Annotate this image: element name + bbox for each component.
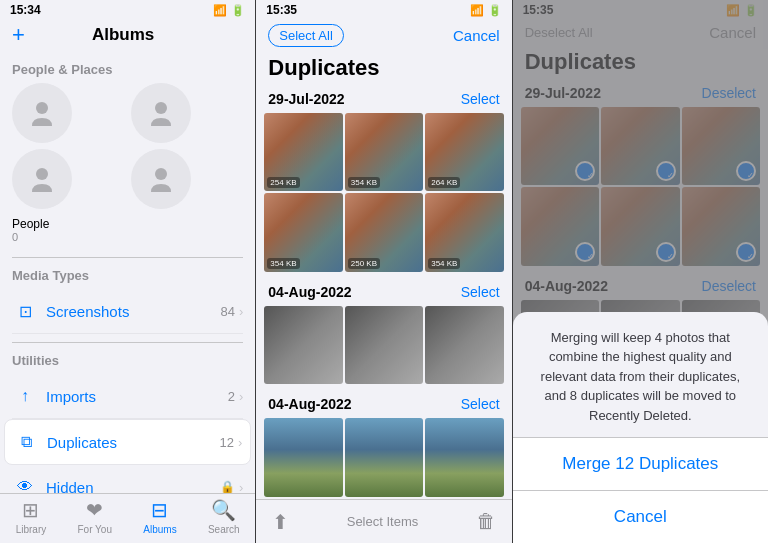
duplicates-label: Duplicates: [47, 434, 220, 451]
modal-cancel-button[interactable]: Cancel: [513, 491, 768, 543]
date-label-3: 04-Aug-2022: [268, 396, 351, 412]
hidden-icon: 👁: [12, 474, 38, 493]
imports-count: 2: [228, 389, 235, 404]
tab-library[interactable]: ⊞ Library: [16, 498, 47, 535]
status-icons-1: 📶 🔋: [213, 4, 245, 17]
photo-1-2[interactable]: 354 KB: [345, 113, 423, 191]
duplicates-chevron: ›: [238, 435, 242, 450]
person-icon-4: [146, 164, 176, 194]
person-cell-3: [12, 149, 125, 209]
duplicates-title-bar: Duplicates: [256, 55, 511, 87]
photo-size-1-1: 254 KB: [267, 177, 299, 188]
media-section-title: Media Types: [12, 268, 243, 283]
select-all-button[interactable]: Select All: [268, 24, 343, 47]
person-icon-2: [146, 98, 176, 128]
date-header-3: 04-Aug-2022 Select: [264, 392, 503, 418]
date-section-1: 29-Jul-2022 Select 254 KB 354 KB 264 KB …: [264, 87, 503, 272]
person-cell-1: [12, 83, 125, 143]
screenshots-count: 84: [221, 304, 235, 319]
photo-1-1[interactable]: 254 KB: [264, 113, 342, 191]
photo-size-1-3: 264 KB: [428, 177, 460, 188]
date-header-2: 04-Aug-2022 Select: [264, 280, 503, 306]
duplicates-header: Select All Cancel: [256, 20, 511, 55]
imports-item[interactable]: ↑ Imports 2 ›: [12, 374, 243, 419]
photo-1-5[interactable]: 250 KB: [345, 193, 423, 271]
people-grid: [12, 83, 243, 209]
wifi-icon: 📶: [213, 4, 227, 17]
status-bar-1: 15:34 📶 🔋: [0, 0, 255, 20]
hidden-chevron: ›: [239, 480, 243, 494]
photo-3-3[interactable]: [425, 418, 503, 496]
select-group-3[interactable]: Select: [461, 396, 500, 412]
photo-size-1-2: 354 KB: [348, 177, 380, 188]
screenshots-label: Screenshots: [46, 303, 221, 320]
people-label: People: [12, 217, 243, 231]
delete-icon[interactable]: 🗑: [476, 510, 496, 533]
svg-point-1: [155, 102, 167, 114]
cancel-button-2[interactable]: Cancel: [453, 27, 500, 44]
date-section-2: 04-Aug-2022 Select: [264, 280, 503, 384]
tab-albums[interactable]: ⊟ Albums: [143, 498, 176, 535]
wifi-icon-2: 📶: [470, 4, 484, 17]
albums-title: Albums: [92, 25, 154, 45]
screenshots-item[interactable]: ⊡ Screenshots 84 ›: [12, 289, 243, 334]
person-thumb-3: [12, 149, 72, 209]
hidden-label: Hidden: [46, 479, 220, 494]
person-thumb-2: [131, 83, 191, 143]
add-album-button[interactable]: +: [12, 24, 25, 46]
search-icon: 🔍: [211, 498, 236, 522]
albums-header: + Albums: [0, 20, 255, 52]
select-items-label: Select Items: [347, 514, 419, 529]
duplicates-item[interactable]: ⧉ Duplicates 12 ›: [4, 419, 251, 465]
modal-sheet: Merging will keep 4 photos that combine …: [513, 312, 768, 544]
battery-icon: 🔋: [231, 4, 245, 17]
library-icon: ⊞: [22, 498, 39, 522]
status-icons-2: 📶 🔋: [470, 4, 502, 17]
modal-overlay: Merging will keep 4 photos that combine …: [513, 0, 768, 543]
modal-message: Merging will keep 4 photos that combine …: [513, 312, 768, 439]
tab-search[interactable]: 🔍 Search: [208, 498, 240, 535]
photo-grid-2: [264, 306, 503, 384]
hidden-lock-icon: 🔒: [220, 480, 235, 493]
svg-point-0: [36, 102, 48, 114]
photo-3-2[interactable]: [345, 418, 423, 496]
photo-2-3[interactable]: [425, 306, 503, 384]
duplicates-icon: ⧉: [13, 429, 39, 455]
battery-icon-2: 🔋: [488, 4, 502, 17]
imports-chevron: ›: [239, 389, 243, 404]
for-you-icon: ❤: [86, 498, 103, 522]
albums-tab-label: Albums: [143, 524, 176, 535]
select-group-2[interactable]: Select: [461, 284, 500, 300]
duplicates-content: 29-Jul-2022 Select 254 KB 354 KB 264 KB …: [256, 87, 511, 499]
duplicates-page-title: Duplicates: [268, 55, 499, 81]
people-section-title: People & Places: [12, 62, 243, 77]
svg-point-3: [155, 168, 167, 180]
person-icon-3: [27, 164, 57, 194]
date-label-2: 04-Aug-2022: [268, 284, 351, 300]
select-group-1[interactable]: Select: [461, 91, 500, 107]
tab-bar-1: ⊞ Library ❤ For You ⊟ Albums 🔍 Search: [0, 493, 255, 543]
date-label-1: 29-Jul-2022: [268, 91, 344, 107]
photo-1-3[interactable]: 264 KB: [425, 113, 503, 191]
utilities-section-title: Utilities: [12, 353, 243, 368]
hidden-item[interactable]: 👁 Hidden 🔒 ›: [12, 465, 243, 493]
photo-grid-3: [264, 418, 503, 496]
albums-content: People & Places: [0, 52, 255, 493]
photo-1-4[interactable]: 354 KB: [264, 193, 342, 271]
search-label: Search: [208, 524, 240, 535]
date-header-1: 29-Jul-2022 Select: [264, 87, 503, 113]
share-icon: ⬆: [272, 510, 289, 534]
merge-duplicates-button[interactable]: Merge 12 Duplicates: [513, 438, 768, 491]
divider-1: [12, 257, 243, 258]
photo-size-1-4: 354 KB: [267, 258, 299, 269]
screenshots-chevron: ›: [239, 304, 243, 319]
tab-for-you[interactable]: ❤ For You: [78, 498, 112, 535]
photo-2-1[interactable]: [264, 306, 342, 384]
photo-2-2[interactable]: [345, 306, 423, 384]
people-count: 0: [12, 231, 243, 243]
date-section-3: 04-Aug-2022 Select: [264, 392, 503, 496]
screenshots-icon: ⊡: [12, 298, 38, 324]
time-2: 15:35: [266, 3, 297, 17]
photo-3-1[interactable]: [264, 418, 342, 496]
photo-1-6[interactable]: 354 KB: [425, 193, 503, 271]
